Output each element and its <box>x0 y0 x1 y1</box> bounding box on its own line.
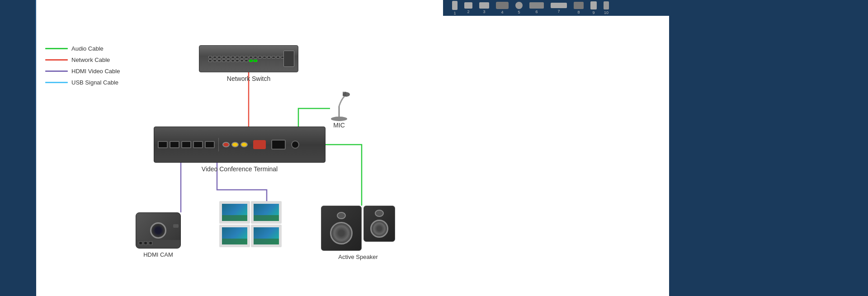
top-device-2: 2 <box>464 2 472 14</box>
display-image <box>219 201 282 247</box>
usb-cable-line <box>45 82 68 83</box>
top-device-5: 5 <box>515 2 523 14</box>
top-icon-bar: 1 2 3 4 5 6 7 8 <box>443 0 669 16</box>
cam-image <box>136 212 181 249</box>
hdmi-cam-device: HDMI CAM <box>136 212 181 258</box>
legend-usb-cable: USB Signal Cable <box>45 79 120 86</box>
display-device <box>219 201 282 247</box>
mic-image <box>326 88 353 120</box>
top-device-4: 4 <box>496 2 509 14</box>
diagram: Network Switch <box>127 18 579 289</box>
top-device-9: 9 <box>590 1 597 15</box>
top-device-7: 7 <box>551 3 567 14</box>
vct-label: Video Conference Terminal <box>154 165 326 173</box>
network-cable-label: Network Cable <box>71 56 110 63</box>
network-switch-label: Network Switch <box>199 75 298 82</box>
main-content: 1 2 3 4 5 6 7 8 <box>36 0 669 296</box>
legend-audio-cable: Audio Cable <box>45 45 120 52</box>
top-device-6: 6 <box>529 2 544 14</box>
legend: Audio Cable Network Cable HDMI Video Cab… <box>45 45 120 86</box>
top-device-1: 1 <box>452 1 458 15</box>
hdmi-cable-label: HDMI Video Cable <box>71 68 120 75</box>
mic-device: MIC <box>326 88 353 129</box>
audio-cable-line <box>45 48 68 49</box>
network-switch-image <box>199 45 298 72</box>
top-device-8: 8 <box>574 2 584 14</box>
mic-label: MIC <box>326 122 353 129</box>
active-speaker-device: Active Speaker <box>321 206 395 260</box>
usb-cable-label: USB Signal Cable <box>71 79 118 86</box>
hdmi-cam-label: HDMI CAM <box>136 251 181 258</box>
vct-device: Video Conference Terminal <box>154 127 326 173</box>
top-device-10: 10 <box>604 1 609 15</box>
hdmi-cable-line <box>45 70 68 72</box>
legend-hdmi-cable: HDMI Video Cable <box>45 68 120 75</box>
active-speaker-label: Active Speaker <box>321 254 395 260</box>
legend-network-cable: Network Cable <box>45 56 120 63</box>
speaker-image <box>321 206 395 251</box>
vct-image <box>154 127 326 163</box>
top-device-3: 3 <box>479 2 489 14</box>
network-cable-line <box>45 59 68 61</box>
right-panel <box>678 0 868 296</box>
network-switch: Network Switch <box>199 45 298 82</box>
audio-cable-label: Audio Cable <box>71 45 104 52</box>
